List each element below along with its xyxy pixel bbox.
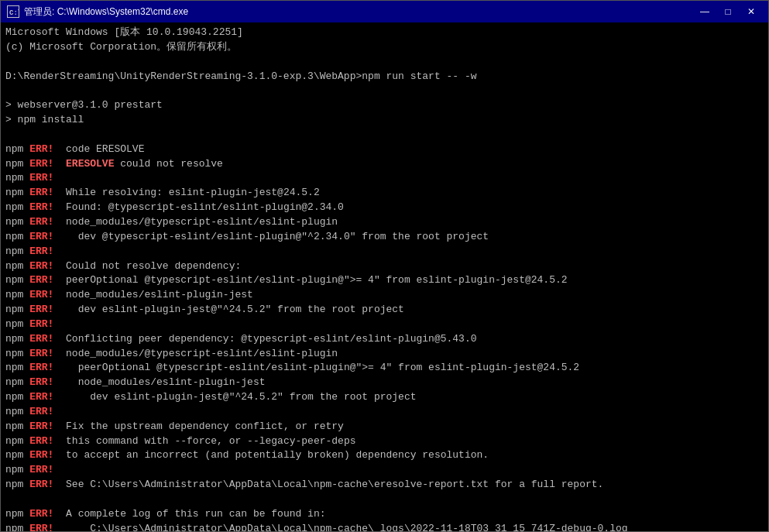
line-16: npm ERR!	[5, 245, 764, 259]
cmd-window: C:\ 管理员: C:\Windows\System32\cmd.exe — □…	[0, 0, 769, 532]
line-35: npm ERR! C:\Users\Administrator\AppData\…	[5, 522, 764, 531]
line-14: npm ERR! node_modules/@typescript-eslint…	[5, 215, 764, 230]
maximize-button[interactable]: □	[717, 4, 739, 19]
line-23: npm ERR! node_modules/@typescript-eslint…	[5, 347, 764, 362]
line-31: npm ERR!	[5, 463, 764, 478]
line-26: npm ERR! dev eslint-plugin-jest@"^24.5.2…	[5, 390, 764, 405]
line-28: npm ERR! Fix the upstream dependency con…	[5, 420, 764, 434]
line-30: npm ERR! to accept an incorrect (and pot…	[5, 448, 764, 463]
line-19: npm ERR! node_modules/eslint-plugin-jest	[5, 288, 764, 303]
cmd-icon: C:\	[7, 5, 19, 18]
line-25: npm ERR! node_modules/eslint-plugin-jest	[5, 376, 764, 390]
line-34: npm ERR! A complete log of this run can …	[5, 507, 764, 522]
line-9: npm ERR! code ERESOLVE	[5, 142, 764, 157]
window-title: 管理员: C:\Windows\System32\cmd.exe	[24, 5, 188, 19]
line-8	[5, 128, 764, 142]
terminal-content[interactable]: Microsoft Windows [版本 10.0.19043.2251] (…	[1, 22, 768, 531]
minimize-button[interactable]: —	[694, 4, 716, 19]
line-29: npm ERR! this command with --force, or -…	[5, 434, 764, 449]
line-32: npm ERR! See C:\Users\Administrator\AppD…	[5, 478, 764, 493]
line-24: npm ERR! peerOptional @typescript-eslint…	[5, 361, 764, 376]
line-3	[5, 55, 764, 70]
line-12: npm ERR! While resolving: eslint-plugin-…	[5, 186, 764, 201]
line-2: (c) Microsoft Corporation。保留所有权利。	[5, 40, 764, 55]
line-1: Microsoft Windows [版本 10.0.19043.2251]	[5, 26, 764, 40]
line-10: npm ERR! ERESOLVE could not resolve	[5, 157, 764, 172]
line-11: npm ERR!	[5, 171, 764, 186]
line-33	[5, 493, 764, 507]
line-20: npm ERR! dev eslint-plugin-jest@"^24.5.2…	[5, 303, 764, 317]
line-5	[5, 84, 764, 98]
line-4: D:\RenderStreaming\UnityRenderStreaming-…	[5, 70, 764, 84]
line-27: npm ERR!	[5, 405, 764, 420]
titlebar-left: C:\ 管理员: C:\Windows\System32\cmd.exe	[7, 5, 188, 19]
line-17: npm ERR! Could not resolve dependency:	[5, 259, 764, 274]
line-15: npm ERR! dev @typescript-eslint/eslint-p…	[5, 230, 764, 245]
svg-text:C:\: C:\	[9, 9, 19, 17]
line-7: > npm install	[5, 113, 764, 128]
line-22: npm ERR! Conflicting peer dependency: @t…	[5, 332, 764, 347]
line-6: > webserver@3.1.0 prestart	[5, 98, 764, 113]
close-button[interactable]: ✕	[740, 4, 762, 19]
line-13: npm ERR! Found: @typescript-eslint/eslin…	[5, 201, 764, 215]
line-18: npm ERR! peerOptional @typescript-eslint…	[5, 273, 764, 288]
line-21: npm ERR!	[5, 317, 764, 332]
window-controls: — □ ✕	[694, 4, 762, 19]
titlebar: C:\ 管理员: C:\Windows\System32\cmd.exe — □…	[1, 1, 768, 22]
